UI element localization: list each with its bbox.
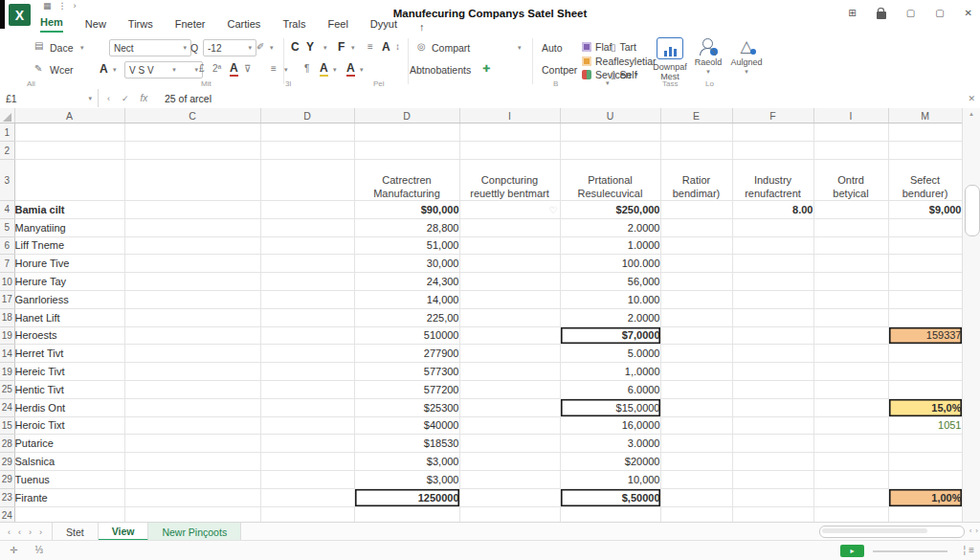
scroll-right-icon[interactable]: › xyxy=(975,526,978,535)
tab-newr-pincoots[interactable]: Newr Pinçoots xyxy=(148,523,241,541)
cell[interactable] xyxy=(124,435,260,453)
cell[interactable] xyxy=(354,506,459,522)
next-sheet-icon[interactable]: › xyxy=(29,527,32,537)
cell[interactable] xyxy=(14,142,124,160)
font-size-select[interactable]: -12 ▾ xyxy=(203,39,256,56)
cell[interactable] xyxy=(459,470,560,488)
first-sheet-icon[interactable]: ‹ xyxy=(18,527,21,537)
cell[interactable]: 14,000 xyxy=(354,290,459,308)
sort-updown-icon[interactable]: ↕ xyxy=(395,41,400,52)
cell[interactable] xyxy=(459,326,560,345)
tab-stet[interactable]: Stet xyxy=(52,523,99,541)
cell[interactable]: 1.0000 xyxy=(560,236,660,255)
cell[interactable] xyxy=(260,273,354,291)
row-header-19[interactable]: 19 xyxy=(0,326,14,345)
cell[interactable] xyxy=(459,416,560,435)
cell[interactable]: Hentic Tivt xyxy=(14,380,124,398)
cell[interactable] xyxy=(14,160,124,201)
font-color-icon[interactable]: A xyxy=(346,61,355,77)
cell[interactable] xyxy=(660,218,732,236)
cell[interactable] xyxy=(459,290,560,308)
scroll-left-icon[interactable]: ‹ xyxy=(969,526,972,535)
cell[interactable] xyxy=(813,326,888,345)
lock-icon[interactable] xyxy=(877,11,886,19)
cell[interactable] xyxy=(124,345,260,363)
last-sheet-icon[interactable]: › xyxy=(39,527,42,537)
cell[interactable]: 159337 xyxy=(888,326,962,345)
column-header-I[interactable]: I xyxy=(459,108,560,123)
cell[interactable] xyxy=(459,123,560,142)
chevron-down-icon[interactable]: ▾ xyxy=(518,44,522,52)
font-name-select[interactable]: Nect ▾ xyxy=(109,39,191,56)
row-header-29[interactable]: 29 xyxy=(0,470,14,488)
cell[interactable]: Putarice xyxy=(14,435,124,453)
view-grid-icon[interactable]: ⊞ xyxy=(848,8,856,18)
cell[interactable] xyxy=(813,488,888,506)
sheet-nav-arrows[interactable]: ‹ ‹ › › xyxy=(0,523,52,541)
cell[interactable] xyxy=(660,236,732,255)
align-lines-icon[interactable]: ≡ xyxy=(368,41,373,52)
row-header-25[interactable]: 25 xyxy=(0,380,14,398)
column-header-A[interactable]: A xyxy=(14,108,124,123)
cell[interactable] xyxy=(813,273,888,291)
column-header-M[interactable]: M xyxy=(888,108,962,123)
cell[interactable] xyxy=(124,488,260,506)
cell[interactable] xyxy=(660,416,732,435)
cell[interactable] xyxy=(124,470,260,488)
cell[interactable]: 577200 xyxy=(354,380,459,398)
cell[interactable] xyxy=(888,123,962,142)
cell[interactable] xyxy=(459,142,560,160)
letter-a-button[interactable]: A xyxy=(382,40,390,54)
menu-item-feel[interactable]: Feel xyxy=(327,18,347,33)
cell[interactable] xyxy=(888,470,962,488)
row-header-24[interactable]: 24 xyxy=(0,398,14,416)
cell[interactable] xyxy=(459,255,560,273)
cell[interactable] xyxy=(14,506,124,522)
cell[interactable] xyxy=(732,308,813,326)
cell[interactable]: Horure Tive xyxy=(14,255,124,273)
cell[interactable] xyxy=(888,255,962,273)
cell[interactable]: 10,000 xyxy=(560,470,660,488)
add-icon[interactable]: ✚ xyxy=(482,63,490,74)
accessibility-icon[interactable]: ✛ xyxy=(10,545,17,555)
cell[interactable] xyxy=(888,453,962,471)
filter-icon[interactable]: ⊽ xyxy=(244,63,251,74)
self-button[interactable]: ▯ Self xyxy=(611,69,637,80)
cell[interactable] xyxy=(14,123,124,142)
cell[interactable]: $3,000 xyxy=(354,470,459,488)
cell[interactable]: $18530 xyxy=(354,435,459,453)
cell[interactable]: Herret Tivt xyxy=(14,345,124,363)
minimize-button[interactable]: ▢ xyxy=(906,8,915,18)
chevron-down-icon[interactable]: ▾ xyxy=(360,66,364,74)
cell[interactable]: $90,000 xyxy=(354,201,459,219)
workbook-icon[interactable]: ▦ xyxy=(43,1,52,11)
cell[interactable] xyxy=(732,435,813,453)
row-header-23[interactable]: 23 xyxy=(0,488,14,506)
aulgned-button[interactable]: △ Aulgned ▾ xyxy=(727,37,766,85)
row-header-1[interactable]: 1 xyxy=(0,123,14,142)
cell[interactable]: 28,800 xyxy=(354,218,459,236)
row-header-15[interactable]: 15 xyxy=(0,416,14,435)
autocorrect-button[interactable]: Abtnobatients xyxy=(410,64,471,76)
cell[interactable]: Ratiorbendimar) xyxy=(660,160,732,201)
cell[interactable]: 2.0000 xyxy=(560,308,660,326)
scrollbar-thumb[interactable] xyxy=(822,528,927,533)
cell[interactable] xyxy=(124,201,260,219)
cell[interactable] xyxy=(813,398,888,416)
row-header-28[interactable]: 28 xyxy=(0,435,14,453)
cell[interactable] xyxy=(888,506,962,522)
cell[interactable] xyxy=(260,160,354,201)
cell[interactable] xyxy=(813,290,888,308)
cell[interactable] xyxy=(124,453,260,471)
cell[interactable]: Hanet Lift xyxy=(14,308,124,326)
cell[interactable] xyxy=(459,398,560,416)
cell[interactable] xyxy=(732,345,813,363)
cell[interactable]: CatrectrenManufacturing xyxy=(354,160,459,201)
cell[interactable]: Bamia cilt xyxy=(14,201,124,219)
cell[interactable] xyxy=(560,142,660,160)
row-header-3[interactable]: 3 xyxy=(0,160,14,201)
cell[interactable] xyxy=(124,380,260,398)
cell[interactable] xyxy=(813,416,888,435)
underline-style-box[interactable]: V S V ▾ ▾ xyxy=(124,61,203,78)
cell[interactable] xyxy=(660,255,732,273)
